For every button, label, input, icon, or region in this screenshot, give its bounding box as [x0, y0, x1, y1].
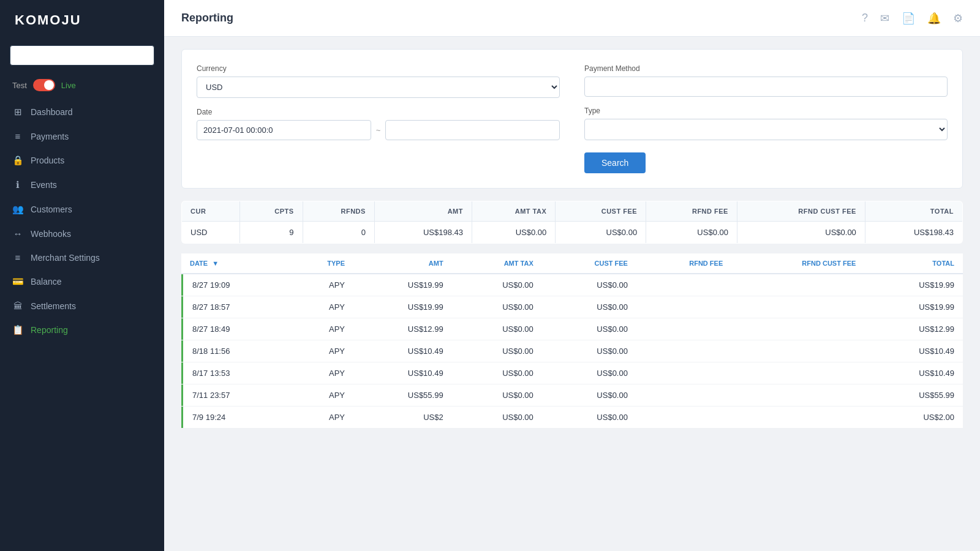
detail-col-amt-tax[interactable]: AMT TAX	[452, 253, 542, 274]
table-cell: US$0.00	[542, 318, 636, 340]
table-cell: US$0.00	[542, 340, 636, 362]
table-cell: US$0.00	[542, 274, 636, 296]
table-cell	[731, 362, 864, 384]
payment-method-group: Payment Method	[584, 64, 948, 97]
table-cell	[636, 340, 731, 362]
date-separator: ~	[376, 126, 381, 135]
page-title: Reporting	[181, 12, 233, 24]
detail-col-cust-fee[interactable]: CUST FEE	[542, 253, 636, 274]
summary-col-rfnd-cust-fee: RFND CUST FEE	[737, 201, 865, 222]
sidebar-item-label: Payments	[31, 132, 69, 141]
table-cell: US$12.99	[353, 318, 452, 340]
detail-col-rfnd-cust-fee[interactable]: RFND CUST FEE	[731, 253, 864, 274]
filter-left: Currency USD EUR JPY GBP Date ~	[197, 64, 560, 173]
events-icon: ℹ	[12, 179, 23, 190]
date-from-input[interactable]	[197, 120, 371, 140]
detail-col-date[interactable]: DATE ▼	[181, 253, 288, 274]
table-cell	[636, 296, 731, 318]
sidebar-search-input[interactable]	[10, 45, 154, 66]
table-cell: US$55.99	[864, 384, 963, 407]
sidebar-item-label: Dashboard	[31, 107, 73, 117]
table-cell: APY	[288, 362, 353, 384]
summary-col-total: TOTAL	[865, 201, 962, 222]
table-cell: US$19.99	[864, 274, 963, 296]
date-to-input[interactable]	[385, 120, 560, 140]
logo-text: KOMOJU	[15, 12, 81, 28]
bell-icon[interactable]: 🔔	[927, 12, 941, 25]
detail-col-type[interactable]: TYPE	[288, 253, 353, 274]
table-cell	[731, 274, 864, 296]
currency-select[interactable]: USD EUR JPY GBP	[197, 77, 560, 98]
type-select[interactable]: APY Refund	[584, 119, 948, 140]
mail-icon[interactable]: ✉	[880, 12, 889, 25]
summary-col-rfnds: RFNDS	[303, 201, 374, 222]
table-cell: US$55.99	[353, 384, 452, 407]
sidebar-item-label: Products	[31, 156, 64, 165]
table-cell: 7/11 23:57	[181, 384, 288, 407]
type-label: Type	[584, 107, 948, 115]
table-cell: APY	[288, 274, 353, 296]
sidebar-item-balance[interactable]: 💳 Balance	[0, 269, 164, 294]
payment-method-input[interactable]	[584, 77, 948, 97]
table-cell: US$0.00	[452, 274, 542, 296]
table-cell: US$0.00	[646, 222, 737, 244]
sidebar-item-merchant-settings[interactable]: ≡ Merchant Settings	[0, 246, 164, 269]
sidebar-item-label: Reporting	[31, 325, 68, 335]
table-cell: 0	[303, 222, 374, 244]
content-area: Currency USD EUR JPY GBP Date ~	[164, 37, 980, 551]
table-cell	[636, 318, 731, 340]
table-cell: 8/27 18:49	[181, 318, 288, 340]
document-icon[interactable]: 📄	[902, 12, 915, 25]
detail-col-total[interactable]: TOTAL	[864, 253, 963, 274]
sidebar-item-label: Webhooks	[31, 229, 71, 239]
sidebar-item-dashboard[interactable]: ⊞ Dashboard	[0, 100, 164, 124]
sidebar-item-payments[interactable]: ≡ Payments	[0, 124, 164, 148]
table-cell: 8/18 11:56	[181, 340, 288, 362]
table-cell: US$198.43	[374, 222, 472, 244]
table-cell: US$10.49	[353, 362, 452, 384]
type-group: Type APY Refund	[584, 107, 948, 140]
sidebar-item-reporting[interactable]: 📋 Reporting	[0, 318, 164, 342]
mode-test-label: Test	[12, 81, 27, 90]
table-cell: US$0.00	[452, 340, 542, 362]
payments-icon: ≡	[12, 131, 23, 141]
table-cell	[731, 340, 864, 362]
sidebar-item-webhooks[interactable]: ↔ Webhooks	[0, 222, 164, 246]
filter-card: Currency USD EUR JPY GBP Date ~	[181, 49, 963, 189]
summary-col-cur: CUR	[182, 201, 240, 222]
summary-col-rfnd-fee: RFND FEE	[646, 201, 737, 222]
detail-col-rfnd-fee[interactable]: RFND FEE	[636, 253, 731, 274]
summary-table: CUR CPTS RFNDS AMT AMT TAX CUST FEE RFND…	[181, 201, 963, 244]
table-cell	[636, 407, 731, 429]
webhooks-icon: ↔	[12, 228, 23, 239]
currency-label: Currency	[197, 64, 560, 73]
mode-toggle: Test Live	[0, 75, 164, 100]
merchant-settings-icon: ≡	[12, 252, 23, 263]
detail-table: DATE ▼ TYPE AMT AMT TAX CUST FEE RFND FE…	[181, 253, 963, 429]
sort-arrow-icon: ▼	[212, 260, 219, 267]
table-cell: US$0.00	[452, 407, 542, 429]
filter-right: Payment Method Type APY Refund Search	[584, 64, 948, 173]
table-cell: 8/17 13:53	[181, 362, 288, 384]
sidebar-item-label: Customers	[31, 204, 72, 214]
sidebar-item-settlements[interactable]: 🏛 Settlements	[0, 294, 164, 318]
main-area: Reporting ? ✉ 📄 🔔 ⚙ Currency USD EUR	[164, 0, 980, 551]
sidebar-item-customers[interactable]: 👥 Customers	[0, 197, 164, 222]
table-cell: US$10.49	[864, 340, 963, 362]
detail-col-amt[interactable]: AMT	[353, 253, 452, 274]
mode-live-label: Live	[61, 81, 76, 90]
date-group: Date ~	[197, 108, 560, 140]
search-button[interactable]: Search	[584, 152, 646, 173]
table-row: 7/9 19:24APYUS$2US$0.00US$0.00US$2.00	[181, 407, 963, 429]
sidebar-item-products[interactable]: 🔒 Products	[0, 148, 164, 173]
sidebar-item-events[interactable]: ℹ Events	[0, 173, 164, 197]
table-cell: US$19.99	[864, 296, 963, 318]
table-cell: US$2.00	[864, 407, 963, 429]
filter-grid: Currency USD EUR JPY GBP Date ~	[197, 64, 948, 173]
sidebar-item-label: Events	[31, 180, 57, 190]
settings-icon[interactable]: ⚙	[953, 12, 963, 25]
table-cell: US$0.00	[452, 296, 542, 318]
table-cell	[636, 384, 731, 407]
help-icon[interactable]: ?	[862, 12, 868, 24]
mode-toggle-switch[interactable]	[33, 79, 55, 91]
